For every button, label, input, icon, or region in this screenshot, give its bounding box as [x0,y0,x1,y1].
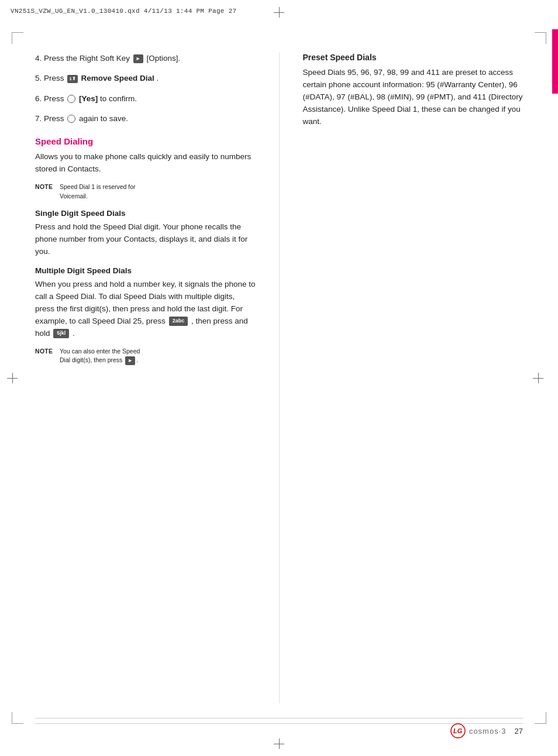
remove-speed-dial-icon: 1⬆ [67,75,77,83]
step-6: 6. Press [Yes] to confirm. [35,93,256,105]
preset-speed-dials-heading: Preset Speed Dials [303,53,523,62]
step-4-number: 4. Press the Right Soft Key [35,54,132,63]
svg-text:LG: LG [453,727,463,734]
right-soft-key-icon: ► [133,54,143,63]
note-2-block: NOTE You can also enter the SpeedDial di… [35,347,256,366]
right-column: Preset Speed Dials Speed Dials 95, 96, 9… [297,53,523,703]
step-6-prefix: 6. Press [35,94,66,103]
main-content: 4. Press the Right Soft Key ► [Options].… [35,53,523,703]
circle-icon-6 [67,95,75,103]
speed-dialing-heading: Speed Dialing [35,136,256,146]
lg-logo-text: LG [450,723,466,738]
key-5-icon: 5jkl [53,329,69,338]
note-1-block: NOTE Speed Dial 1 is reserved forVoicema… [35,183,256,201]
step-5: 5. Press 1⬆ Remove Speed Dial . [35,73,256,84]
brand-name: cosmos·3 [469,727,507,736]
note-2-text: You can also enter the SpeedDial digit(s… [60,347,140,366]
multiple-digit-body: When you press and hold a number key, it… [35,279,256,340]
step-7-prefix: 7. Press [35,114,66,123]
multiple-digit-heading: Multiple Digit Speed Dials [35,266,256,275]
reg-mark-right [533,373,543,383]
single-digit-heading: Single Digit Speed Dials [35,209,256,218]
note-2-key-icon: ► [125,356,135,365]
reg-mark-left [7,373,18,383]
step-4: 4. Press the Right Soft Key ► [Options]. [35,53,256,64]
corner-mark-bottom-right [535,712,546,724]
corner-mark-top-right [535,32,546,44]
footer-bar: LG cosmos·3 27 [35,718,523,738]
footer-logo: LG cosmos·3 27 [450,723,523,738]
left-column: 4. Press the Right Soft Key ► [Options].… [35,53,261,703]
circle-icon-7 [67,115,75,123]
step-5-prefix: 5. Press [35,74,66,83]
note-2-label: NOTE [35,347,60,366]
page-container: VN251S_VZW_UG_EN_V1.0_130410.qxd 4/11/13… [0,0,558,756]
header-text: VN251S_VZW_UG_EN_V1.0_130410.qxd 4/11/13… [11,8,236,15]
step-6-bold: [Yes] [79,94,98,103]
pink-accent-bar [552,29,558,94]
step-6-suffix: to confirm. [100,94,137,103]
step-5-bold: Remove Speed Dial [81,74,154,83]
column-divider [279,53,280,703]
corner-mark-bottom-left [12,712,23,724]
note-1-label: NOTE [35,183,60,201]
step-7: 7. Press again to save. [35,113,256,125]
step-7-suffix: again to save. [79,114,128,123]
preset-speed-dials-body: Speed Dials 95, 96, 97, 98, 99 and 411 a… [303,67,523,128]
key-2-icon: 2abc [169,317,188,326]
reg-mark-top [274,7,284,18]
note-1-text: Speed Dial 1 is reserved forVoicemail. [60,183,136,201]
corner-mark-top-left [12,32,23,44]
step-4-text: [Options]. [147,54,181,63]
page-number: 27 [515,727,523,736]
speed-dialing-body: Allows you to make phone calls quickly a… [35,151,256,176]
single-digit-body: Press and hold the Speed Dial digit. You… [35,221,256,258]
step-5-suffix: . [157,74,159,83]
reg-mark-bottom [274,738,284,749]
multiple-digit-text-3: . [73,329,75,338]
brand-name-text: cosmos·3 [469,727,507,736]
